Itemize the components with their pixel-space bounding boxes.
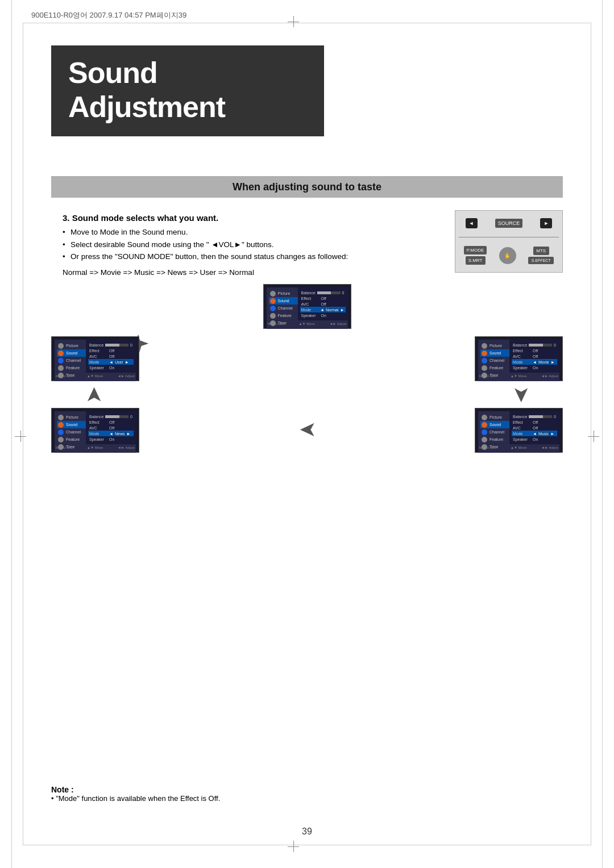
cross-mid-right [588,431,599,442]
remote-mts-btn: MTS [533,247,549,255]
left-margin [11,0,12,868]
mid-right-menu-right: Balance 0 Effect Off AVC Off Mode ◄ [509,340,559,373]
note-text: • "Mode" function is available when the … [51,794,220,803]
top-screen-row: Picture Sound Channel Feature [51,284,563,329]
picture-icon-br [482,415,487,420]
arrow-left-between: ➤ [300,420,315,441]
page-number: 39 [302,827,312,837]
cross-top-center [288,16,299,27]
mid-left-screen-group: Picture Sound Channel Feature [51,336,139,381]
page-title: Sound Adjustment [68,56,307,124]
avc-row-ml: AVC Off [88,353,134,359]
effect-row-mr: Effect Off [512,348,557,353]
note-title: Note : [51,785,220,794]
picture-icon-ml [58,343,64,349]
mid-right-screen-group: Picture Sound Channel Feature [475,336,563,381]
feature-icon-bl [58,437,64,443]
right-margin [602,0,603,868]
subtitle-text: When adjusting sound to taste [233,181,381,193]
sound-icon [270,298,276,304]
bullet-1: Move to Mode in the Sound menu. [63,226,381,239]
balance-row-ml: Balance 0 [88,342,134,348]
bot-right-menu-screen: Picture Sound Channel Feature [475,408,563,453]
title-block: Sound Adjustment [51,45,324,136]
note-section: Note : • "Mode" function is available wh… [51,785,220,803]
bot-right-footer: MENU Exit ▲▼ Move ◄► Adjust [478,446,559,449]
arrow-down-right-2: ➤ [511,387,532,403]
mode-row-bl: Mode ◄ News ► [88,431,134,436]
mid-left-footer: MENU Exit ▲▼ Move ◄► Adjust [55,374,136,378]
section3-title: 3. Sound mode selects what you want. [63,213,381,223]
header-meta: 900E110-R0영어 2007.9.17 04:57 PM페이지39 [31,10,186,20]
bot-right-screen-group: Picture Sound Channel Feature [475,408,563,453]
avc-row-br: AVC Off [512,425,557,431]
remote-pmode-btn: P.MODE [464,246,487,254]
remote-source-btn: SOURCE [495,219,523,228]
sequence-text: Normal => Movie => Music => News => User… [63,266,381,279]
top-screen-group: Picture Sound Channel Feature [263,284,351,329]
mode-row-mr: Mode ◄ Movie ► [512,359,557,365]
mid-left-menu-screen: Picture Sound Channel Feature [51,336,139,381]
sound-icon-br [482,422,487,428]
balance-row-top: Balance 0 [300,290,346,295]
sound-icon-bl [58,422,64,428]
sound-icon-mr [482,350,487,356]
arrow-row-2: ➤ ➤ [51,384,563,406]
remote-right-btn: ► [540,218,552,228]
speaker-row-mr: Speaker On [512,365,557,370]
effect-row-ml: Effect Off [88,348,134,353]
channel-icon-mr [482,358,487,364]
picture-icon [270,291,276,297]
balance-row-mr: Balance 0 [512,342,557,348]
channel-icon-br [482,429,487,435]
screens-area: Picture Sound Channel Feature [51,284,563,453]
feature-icon-br [482,437,487,443]
mode-row-top: Mode ◄ Normal ► [300,307,346,312]
speaker-row-ml: Speaker On [88,365,134,370]
sound-icon-ml [58,350,64,356]
bot-left-screen-group: Picture Sound Channel Feature [51,408,139,453]
bullet-2: Select desirable Sound mode using the " … [63,239,381,251]
effect-row-br: Effect Off [512,419,557,425]
speaker-row-br: Speaker On [512,436,557,442]
remote-smrt-btn: S.MRT [466,256,486,265]
bot-screen-row: Picture Sound Channel Feature [51,408,563,453]
channel-icon-bl [58,429,64,435]
top-menu-right: Balance 0 Effect Off AVC Off Mode ◄ [298,287,348,320]
channel-icon-ml [58,358,64,364]
mode-row-ml: Mode ◄ User ► [88,359,134,365]
top-menu-footer: MENU Exit ▲▼ Move ◄► Adjust [267,322,348,326]
feature-icon [270,313,276,319]
picture-icon-bl [58,415,64,420]
remote-left-btn: ◄ [466,218,478,228]
bot-left-menu-screen: Picture Sound Channel Feature [51,408,139,453]
mid-right-footer: MENU Exit ▲▼ Move ◄► Adjust [478,374,559,378]
mid-left-menu-right: Balance 0 Effect Off AVC Off Mode ◄ [86,340,136,373]
remote-seffect-btn: S.EFFECT [528,257,554,264]
cross-mid-left [15,431,26,442]
arrow-up-left: ➤ [82,387,104,403]
balance-row-bl: Balance 0 [88,414,134,419]
avc-row-bl: AVC Off [88,425,134,431]
speaker-row-top: Speaker On [300,312,346,318]
feature-icon-ml [58,365,64,371]
bot-left-footer: MENU Exit ▲▼ Move ◄► Adjust [55,446,136,449]
bot-right-menu-right: Balance 0 Effect Off AVC Off Mode ◄ [509,411,559,444]
bullet-list: Move to Mode in the Sound menu. Select d… [63,226,381,263]
feature-icon-mr [482,365,487,371]
mid-right-menu-screen: Picture Sound Channel Feature [475,336,563,381]
mode-row-br: Mode ◄ Music ► [512,431,557,436]
bullet-3: Or press the "SOUND MODE" button, then t… [63,251,381,263]
remote-control: ◄ SOURCE ► P.MODE S.MRT ✋ MTS S.EFFECT [455,210,563,273]
cross-bottom-center [288,841,299,852]
speaker-row-bl: Speaker On [88,436,134,442]
avc-row-top: AVC Off [300,301,346,307]
subtitle-bar: When adjusting sound to taste [51,176,563,198]
mid-screen-row: Picture Sound Channel Feature [51,336,563,381]
section3-block: 3. Sound mode selects what you want. Mov… [63,213,381,278]
channel-icon [270,306,276,311]
picture-icon-mr [482,343,487,349]
effect-row-top: Effect Off [300,295,346,301]
effect-row-bl: Effect Off [88,419,134,425]
remote-cursor: ✋ [499,247,516,264]
